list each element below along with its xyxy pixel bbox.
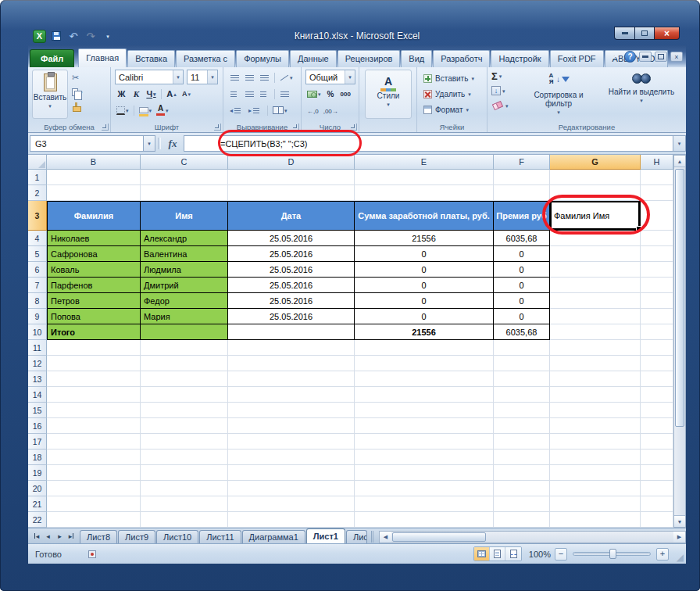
comma-style-button[interactable]: 000	[339, 88, 352, 101]
cell-h18[interactable]	[641, 450, 673, 465]
cell-b5[interactable]: Сафронова	[47, 246, 141, 262]
cell-e16[interactable]	[355, 418, 494, 434]
row-header-8[interactable]: 8	[28, 293, 47, 309]
cell-d3[interactable]: Дата	[228, 201, 355, 231]
cell-c4[interactable]: Александр	[141, 231, 228, 246]
row-header-21[interactable]: 21	[28, 496, 47, 512]
cell-c22[interactable]	[141, 512, 228, 528]
cell-c13[interactable]	[141, 371, 228, 387]
cell-h17[interactable]	[641, 434, 673, 450]
column-header-h[interactable]: H	[641, 155, 673, 170]
bold-button[interactable]: Ж	[115, 88, 128, 101]
borders-button[interactable]: ▾	[115, 104, 130, 117]
font-color-button[interactable]: А▾	[155, 104, 170, 117]
italic-button[interactable]: К	[130, 88, 143, 101]
cell-g19[interactable]	[550, 465, 641, 481]
autosum-button[interactable]: Σ▾	[491, 70, 509, 81]
column-header-f[interactable]: F	[494, 155, 550, 170]
cell-b6[interactable]: Коваль	[47, 262, 141, 278]
row-header-10[interactable]: 10	[28, 324, 47, 340]
cell-e2[interactable]	[355, 185, 494, 201]
last-sheet-button[interactable]: ▸	[66, 530, 77, 542]
cell-d21[interactable]	[228, 496, 355, 512]
cell-d20[interactable]	[228, 481, 355, 496]
workbook-restore-button[interactable]	[655, 52, 667, 62]
cell-f9[interactable]: 0	[494, 309, 550, 324]
sort-filter-button[interactable]: АЯ ↓ Сортировка и фильтр ▾	[519, 69, 598, 119]
column-header-d[interactable]: D	[228, 155, 355, 170]
cell-f8[interactable]: 0	[494, 293, 550, 309]
sheet-tab-sheet1[interactable]: Лист1	[306, 528, 345, 543]
align-right-button[interactable]	[258, 88, 271, 101]
cell-e5[interactable]: 0	[355, 246, 494, 262]
cell-d2[interactable]	[228, 185, 355, 201]
cell-d22[interactable]	[228, 512, 355, 528]
cell-c15[interactable]	[141, 403, 228, 418]
row-header-13[interactable]: 13	[28, 371, 47, 387]
cell-c10[interactable]	[141, 324, 228, 340]
cell-g6[interactable]	[550, 262, 641, 278]
expand-formula-bar-button[interactable]: ▾	[673, 135, 686, 152]
cell-h12[interactable]	[641, 356, 673, 371]
undo-button[interactable]: ↶	[66, 29, 80, 43]
cell-c21[interactable]	[141, 496, 228, 512]
cell-b8[interactable]: Петров	[47, 293, 141, 309]
row-header-18[interactable]: 18	[28, 450, 47, 465]
cell-b14[interactable]	[47, 387, 141, 403]
cell-g9[interactable]	[550, 309, 641, 324]
cell-c20[interactable]	[141, 481, 228, 496]
cell-g10[interactable]	[550, 324, 641, 340]
cell-c7[interactable]: Дмитрий	[141, 278, 228, 293]
cell-e9[interactable]: 0	[355, 309, 494, 324]
tab-foxit[interactable]: Foxit PDF	[550, 50, 604, 67]
tab-view[interactable]: Вид	[401, 50, 432, 67]
cell-h15[interactable]	[641, 403, 673, 418]
cell-h20[interactable]	[641, 481, 673, 496]
cell-f5[interactable]: 0	[494, 246, 550, 262]
cell-h10[interactable]	[641, 324, 673, 340]
cell-c14[interactable]	[141, 387, 228, 403]
cell-b17[interactable]	[47, 434, 141, 450]
scroll-left-button[interactable]: ◀	[380, 532, 391, 543]
cell-h8[interactable]	[641, 293, 673, 309]
insert-cells-button[interactable]: Вставить ▾	[423, 72, 474, 85]
cell-g18[interactable]	[550, 450, 641, 465]
cell-g20[interactable]	[550, 481, 641, 496]
cell-h22[interactable]	[641, 512, 673, 528]
cell-d7[interactable]: 25.05.2016	[228, 278, 355, 293]
cell-e22[interactable]	[355, 512, 494, 528]
align-top-button[interactable]	[228, 71, 241, 84]
horizontal-scroll-thumb[interactable]	[392, 532, 486, 542]
row-header-1[interactable]: 1	[28, 170, 47, 185]
cell-g15[interactable]	[550, 403, 641, 418]
cell-e17[interactable]	[355, 434, 494, 450]
grow-font-button[interactable]: А▴	[165, 88, 178, 101]
cell-g22[interactable]	[550, 512, 641, 528]
normal-view-button[interactable]	[474, 547, 490, 561]
cell-d8[interactable]: 25.05.2016	[228, 293, 355, 309]
row-header-15[interactable]: 15	[28, 403, 47, 418]
cell-c1[interactable]	[141, 170, 228, 185]
cell-g2[interactable]	[550, 185, 641, 201]
cell-c9[interactable]: Мария	[141, 309, 228, 324]
cell-e3[interactable]: Сумма заработной платы, руб.	[355, 201, 494, 231]
cell-b2[interactable]	[47, 185, 141, 201]
orientation-button[interactable]: ▾	[278, 71, 295, 84]
zoom-level[interactable]: 100%	[526, 550, 551, 559]
tab-data[interactable]: Данные	[290, 50, 337, 67]
tab-splitter[interactable]	[370, 531, 375, 543]
cell-f12[interactable]	[494, 356, 550, 371]
find-select-button[interactable]: Найти и выделить ▾	[602, 69, 681, 119]
row-header-11[interactable]: 11	[28, 340, 47, 356]
cell-d19[interactable]	[228, 465, 355, 481]
row-header-7[interactable]: 7	[28, 278, 47, 293]
cell-e15[interactable]	[355, 403, 494, 418]
underline-button[interactable]: Ч▾	[145, 88, 158, 101]
decrease-indent-button[interactable]: ◂	[228, 104, 245, 117]
cell-d11[interactable]	[228, 340, 355, 356]
align-left-button[interactable]	[228, 88, 241, 101]
row-header-4[interactable]: 4	[28, 231, 47, 246]
sheet-tab-chart1[interactable]: Диаграмма1	[242, 530, 305, 543]
shrink-font-button[interactable]: А▾	[180, 88, 193, 101]
row-header-20[interactable]: 20	[28, 481, 47, 496]
